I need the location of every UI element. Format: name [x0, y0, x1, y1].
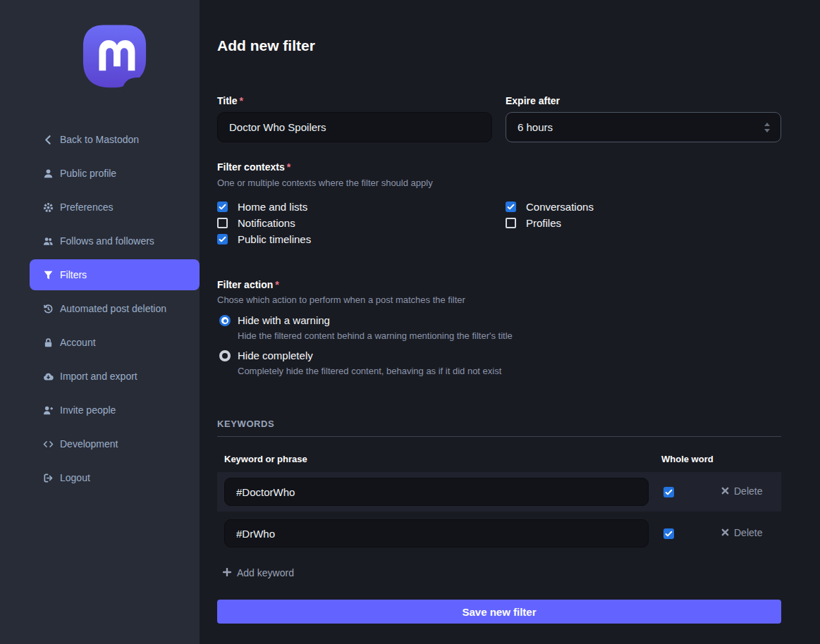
checkbox-checked[interactable] — [217, 202, 228, 212]
sidebar-item-label: Invite people — [60, 404, 116, 416]
plus-icon — [223, 567, 231, 578]
sidebar-item-follows-and-followers[interactable]: Follows and followers — [30, 225, 200, 256]
sidebar-item-label: Import and export — [60, 371, 137, 382]
add-keyword-button[interactable]: Add keyword — [223, 567, 294, 578]
user-icon — [42, 168, 54, 179]
context-home-and-lists[interactable]: Home and lists — [217, 200, 307, 213]
sidebar-item-label: Account — [60, 337, 96, 348]
expire-after-label: Expire after — [506, 95, 560, 106]
required-asterisk: * — [287, 161, 290, 173]
gear-icon — [42, 202, 54, 213]
sidebar-item-filters[interactable]: Filters — [30, 259, 200, 290]
code-icon — [42, 438, 54, 450]
sidebar-item-back-to-mastodon[interactable]: Back to Mastodon — [30, 124, 200, 155]
sidebar-item-automated-post-deletion[interactable]: Automated post deletion — [30, 293, 200, 324]
hide-completely-hint: Completely hide the filtered content, be… — [238, 366, 501, 376]
title-label: Title* — [217, 95, 243, 106]
keyword-row: Delete — [217, 472, 781, 512]
filter-form: Add new filter Title* Expire after 6 hou… — [200, 0, 820, 644]
delete-keyword-button[interactable]: Delete — [721, 527, 762, 538]
radio-hide-completely-label[interactable]: Hide completely — [238, 349, 313, 361]
whole-word-column-header: Whole word — [661, 454, 714, 464]
context-public-timelines[interactable]: Public timelines — [217, 233, 311, 245]
sidebar-item-label: Public profile — [60, 168, 116, 179]
chevron-left-icon — [42, 134, 54, 145]
radio-hide-with-warning[interactable] — [219, 315, 231, 326]
sidebar-item-account[interactable]: Account — [30, 327, 200, 358]
keyword-column-header: Keyword or phrase — [224, 454, 307, 464]
keyword-input[interactable] — [224, 519, 649, 547]
sidebar-item-preferences[interactable]: Preferences — [30, 192, 200, 223]
sidebar-item-invite-people[interactable]: Invite people — [30, 395, 200, 426]
filter-contexts-hint: One or multiple contexts where the filte… — [217, 178, 433, 188]
save-new-filter-button[interactable]: Save new filter — [217, 600, 781, 624]
filter-action-label: Filter action* — [217, 279, 279, 290]
delete-keyword-button[interactable]: Delete — [721, 485, 762, 497]
sidebar-nav: Back to Mastodon Public profile Preferen… — [30, 124, 200, 493]
sidebar-item-development[interactable]: Development — [30, 428, 200, 459]
keywords-section-label: KEYWORDS — [217, 419, 274, 429]
checkbox-checked[interactable] — [506, 202, 516, 212]
radio-hide-completely[interactable] — [219, 350, 231, 361]
context-profiles[interactable]: Profiles — [506, 216, 561, 229]
x-icon — [721, 527, 729, 538]
sidebar-item-label: Follows and followers — [60, 235, 154, 247]
sidebar-item-label: Preferences — [60, 202, 113, 213]
settings-sidebar: Back to Mastodon Public profile Preferen… — [0, 0, 200, 644]
filter-action-hint: Chose which action to perform when a pos… — [217, 295, 465, 305]
expire-after-select[interactable]: 6 hours — [506, 112, 781, 142]
sidebar-item-label: Filters — [60, 269, 87, 280]
sidebar-item-label: Back to Mastodon — [60, 134, 139, 145]
section-divider — [217, 436, 781, 437]
radio-hide-with-warning-label[interactable]: Hide with a warning — [238, 314, 330, 326]
logout-icon — [42, 472, 54, 483]
checkbox-checked[interactable] — [217, 234, 228, 244]
checkbox-unchecked[interactable] — [506, 218, 516, 228]
sidebar-item-label: Automated post deletion — [60, 303, 166, 314]
sidebar-item-label: Logout — [60, 472, 90, 483]
mastodon-logo — [81, 23, 148, 94]
user-plus-icon — [42, 404, 54, 416]
context-conversations[interactable]: Conversations — [506, 200, 594, 213]
filter-icon — [42, 269, 54, 280]
keyword-row: Delete — [217, 512, 781, 552]
x-icon — [721, 485, 729, 497]
keyword-input[interactable] — [224, 478, 649, 506]
sidebar-item-public-profile[interactable]: Public profile — [30, 158, 200, 189]
hide-with-warning-hint: Hide the filtered content behind a warni… — [238, 330, 513, 341]
select-arrows-icon — [763, 121, 771, 133]
sidebar-item-logout[interactable]: Logout — [30, 462, 200, 493]
required-asterisk: * — [275, 279, 279, 290]
users-icon — [42, 235, 54, 247]
sidebar-item-import-and-export[interactable]: Import and export — [30, 361, 200, 392]
filter-contexts-label: Filter contexts* — [217, 161, 290, 173]
required-asterisk: * — [240, 95, 243, 106]
lock-icon — [42, 337, 54, 348]
sidebar-item-label: Development — [60, 438, 118, 450]
cloud-download-icon — [42, 371, 54, 382]
context-notifications[interactable]: Notifications — [217, 216, 295, 229]
whole-word-checkbox[interactable] — [663, 487, 674, 497]
history-icon — [42, 303, 54, 314]
checkbox-unchecked[interactable] — [217, 218, 228, 228]
page-title: Add new filter — [217, 37, 315, 54]
whole-word-checkbox[interactable] — [663, 528, 674, 539]
title-input[interactable] — [217, 112, 492, 142]
expire-after-value: 6 hours — [518, 121, 553, 133]
